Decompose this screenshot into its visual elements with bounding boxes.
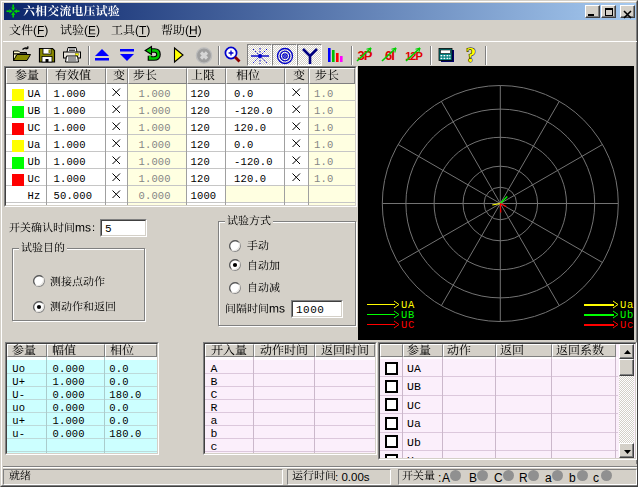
svg-text:?: ? [466,44,476,66]
svg-text:UC: UC [401,319,415,331]
svg-text:Uc: Uc [620,319,634,331]
